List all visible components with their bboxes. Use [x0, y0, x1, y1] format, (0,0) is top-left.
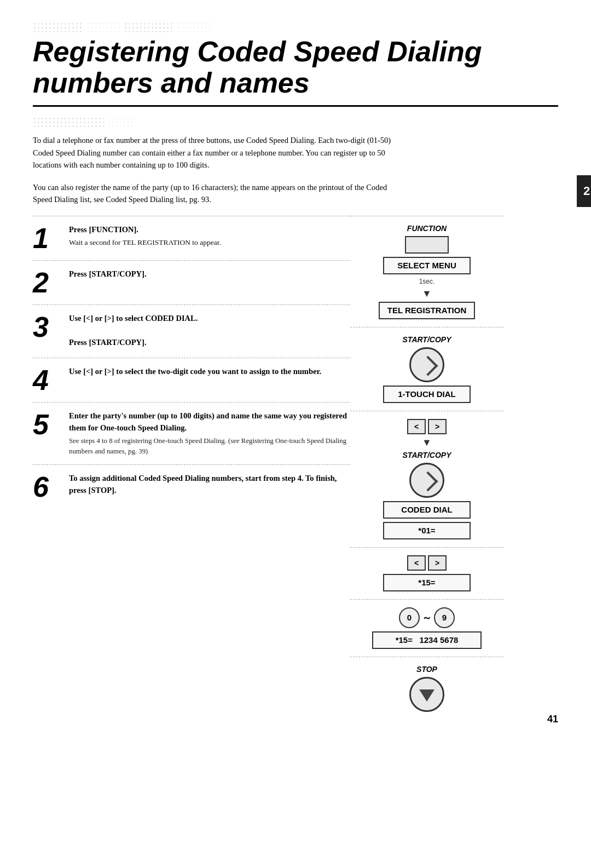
decorative-dots-2	[86, 22, 119, 33]
start-copy-button-3	[409, 463, 444, 498]
step-number-3: 3	[33, 313, 60, 341]
intro-paragraph-2: You can also register the name of the pa…	[33, 181, 394, 206]
coded-dial-display: CODED DIAL	[383, 501, 471, 519]
step-5-main: Enter the party's number (up to 100 digi…	[69, 410, 350, 434]
num-0: 0	[399, 607, 420, 628]
time-label-1sec: 1sec.	[419, 278, 435, 285]
right-section-6: STOP	[350, 657, 503, 720]
step-1-main: Press [FUNCTION].	[69, 224, 350, 236]
step-1-sub: Wait a second for TEL REGISTRATION to ap…	[69, 238, 221, 246]
num-9: 9	[434, 607, 455, 628]
step-6-content: To assign additional Coded Speed Dialing…	[69, 473, 350, 498]
start-copy-button-2	[409, 347, 444, 382]
step-number-2: 2	[33, 268, 60, 297]
content-area: 1 Press [FUNCTION]. Wait a second for TE…	[33, 216, 558, 720]
tilde: ～	[422, 611, 432, 624]
step-3-sub-action: Press [START/COPY].	[69, 337, 350, 349]
right-section-4: < > *15=	[350, 547, 503, 599]
right-arrow-4: >	[428, 555, 447, 571]
tel-registration-display: TEL REGISTRATION	[379, 302, 475, 319]
decorative-dots-1	[33, 22, 82, 33]
arrow-row-3: < >	[407, 419, 447, 434]
decorative-dots-6	[107, 117, 135, 128]
title-divider	[33, 105, 558, 107]
step-number-5: 5	[33, 410, 60, 439]
start-copy-label-2: START/COPY	[403, 335, 451, 344]
step-1-content: Press [FUNCTION]. Wait a second for TEL …	[69, 224, 350, 249]
code-15-display: *15=	[383, 574, 471, 591]
step-6-main: To assign additional Coded Speed Dialing…	[69, 473, 350, 497]
right-column: FUNCTION SELECT MENU 1sec. ▼ TEL REGISTR…	[350, 216, 503, 720]
stop-button	[409, 677, 444, 712]
step-5-content: Enter the party's number (up to 100 digi…	[69, 410, 350, 457]
one-touch-dial-display: 1-TOUCH DIAL	[383, 386, 471, 403]
right-section-5: 0 ～ 9 *15= 1234 5678	[350, 599, 503, 657]
step-3-main: Use [<] or [>] to select CODED DIAL.	[69, 313, 350, 325]
step-4-main: Use [<] or [>] to select the two-digit c…	[69, 366, 350, 378]
step-number-4: 4	[33, 366, 60, 394]
num-keys: 0 ～ 9	[399, 607, 455, 628]
left-arrow-4: <	[407, 555, 426, 571]
step-4: 4 Use [<] or [>] to select the two-digit…	[33, 358, 350, 402]
step-number-1: 1	[33, 224, 60, 252]
decorative-dots-4	[177, 22, 210, 33]
right-section-1: FUNCTION SELECT MENU 1sec. ▼ TEL REGISTR…	[350, 216, 503, 327]
page-title: Registering Coded Speed Dialing numbers …	[33, 36, 558, 99]
code-01-display: *01=	[383, 522, 471, 539]
intro-paragraph-1: To dial a telephone or fax number at the…	[33, 134, 394, 171]
steps-column: 1 Press [FUNCTION]. Wait a second for TE…	[33, 216, 350, 720]
step-6: 6 To assign additional Coded Speed Diali…	[33, 464, 350, 509]
step-5: 5 Enter the party's number (up to 100 di…	[33, 402, 350, 464]
step-5-note: See steps 4 to 8 of registering One-touc…	[69, 436, 350, 457]
step-3: 3 Use [<] or [>] to select CODED DIAL. P…	[33, 304, 350, 358]
down-arrow-3: ▼	[422, 438, 432, 447]
step-2-content: Press [START/COPY].	[69, 268, 350, 281]
start-copy-label-3: START/COPY	[403, 451, 451, 459]
arrow-row-4: < >	[407, 555, 447, 571]
function-key-label: FUNCTION	[407, 224, 447, 233]
step-4-content: Use [<] or [>] to select the two-digit c…	[69, 366, 350, 379]
function-key-box	[405, 236, 449, 254]
number-entry-display: *15= 1234 5678	[372, 631, 482, 649]
down-arrow-1: ▼	[422, 289, 432, 298]
right-section-3: < > ▼ START/COPY CODED DIAL *01=	[350, 411, 503, 547]
chapter-tab: 2	[577, 175, 591, 207]
right-arrow-3: >	[428, 419, 447, 434]
decorative-dots-5	[33, 117, 104, 128]
step-number-6: 6	[33, 473, 60, 501]
step-2: 2 Press [START/COPY].	[33, 260, 350, 304]
decorative-dots-3	[124, 22, 173, 33]
left-arrow-3: <	[407, 419, 426, 434]
stop-label: STOP	[416, 665, 437, 674]
select-menu-display: SELECT MENU	[383, 257, 471, 274]
step-3-content: Use [<] or [>] to select CODED DIAL. Pre…	[69, 313, 350, 350]
right-section-2: START/COPY 1-TOUCH DIAL	[350, 327, 503, 411]
step-1: 1 Press [FUNCTION]. Wait a second for TE…	[33, 216, 350, 260]
page-number: 41	[547, 714, 558, 725]
step-2-main: Press [START/COPY].	[69, 268, 350, 280]
stop-triangle-icon	[419, 689, 434, 702]
